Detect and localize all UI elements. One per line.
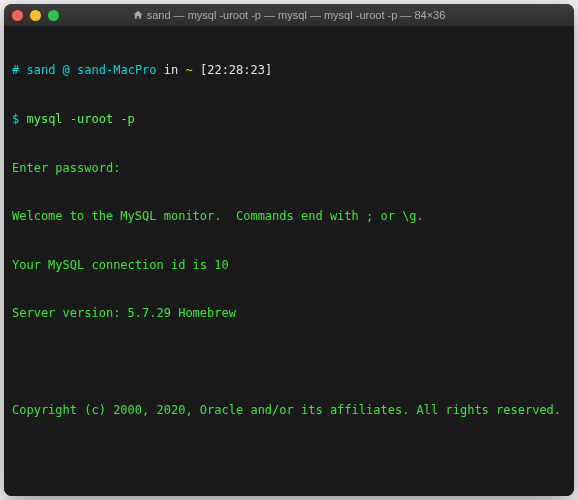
blank-line bbox=[12, 354, 566, 370]
traffic-lights bbox=[12, 10, 59, 21]
prompt-hash: # bbox=[12, 63, 19, 77]
prompt-time: [22:28:23] bbox=[200, 63, 272, 77]
output-line: Your MySQL connection id is 10 bbox=[12, 257, 566, 273]
prompt-host: sand-MacPro bbox=[77, 63, 156, 77]
titlebar[interactable]: sand — mysql -uroot -p — mysql — mysql -… bbox=[4, 4, 574, 26]
prompt-user: sand bbox=[26, 63, 55, 77]
blank-line bbox=[12, 451, 566, 467]
shell-prompt-line: # sand @ sand-MacPro in ~ [22:28:23] bbox=[12, 62, 566, 78]
terminal-body[interactable]: # sand @ sand-MacPro in ~ [22:28:23] $ m… bbox=[4, 26, 574, 496]
output-line: Server version: 5.7.29 Homebrew bbox=[12, 305, 566, 321]
prompt-at: @ bbox=[63, 63, 70, 77]
output-line: Enter password: bbox=[12, 160, 566, 176]
maximize-icon[interactable] bbox=[48, 10, 59, 21]
prompt-in: in bbox=[164, 63, 178, 77]
window-title-text: sand — mysql -uroot -p — mysql — mysql -… bbox=[147, 9, 446, 21]
terminal-window: sand — mysql -uroot -p — mysql — mysql -… bbox=[4, 4, 574, 496]
home-icon bbox=[133, 10, 143, 20]
close-icon[interactable] bbox=[12, 10, 23, 21]
output-line: Welcome to the MySQL monitor. Commands e… bbox=[12, 208, 566, 224]
prompt-dollar: $ bbox=[12, 112, 19, 126]
minimize-icon[interactable] bbox=[30, 10, 41, 21]
window-title: sand — mysql -uroot -p — mysql — mysql -… bbox=[4, 9, 574, 21]
shell-command: mysql -uroot -p bbox=[26, 112, 134, 126]
shell-command-line: $ mysql -uroot -p bbox=[12, 111, 566, 127]
prompt-path: ~ bbox=[185, 63, 192, 77]
output-line: Copyright (c) 2000, 2020, Oracle and/or … bbox=[12, 402, 566, 418]
